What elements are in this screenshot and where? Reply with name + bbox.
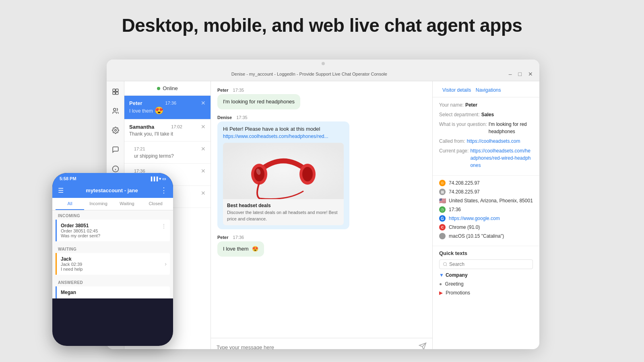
vd-location-value: United States, Arizona, Phoenix, 85001 bbox=[449, 198, 533, 204]
sidebar-home-icon[interactable] bbox=[109, 85, 122, 98]
qt-group-company[interactable]: ▼ Company bbox=[439, 272, 533, 278]
vd-name-label: Your name: bbox=[439, 101, 464, 109]
chat-item-peter[interactable]: Peter 17:36 ✕ I love them 😍 bbox=[124, 96, 211, 119]
vd-referrer-value[interactable]: https://www.google.com bbox=[449, 216, 500, 221]
sidebar-users-icon[interactable] bbox=[109, 105, 122, 117]
qt-label-promotions: Promotions bbox=[446, 290, 470, 296]
vd-browser-value: Chrome (91.0) bbox=[449, 224, 480, 230]
chat-main: Peter 17:35 I'm looking for red headphon… bbox=[211, 81, 433, 349]
hamburger-button[interactable]: ☰ bbox=[58, 187, 64, 194]
chat-item-3[interactable]: 17:21 ✕ ur shipping terms? bbox=[124, 142, 211, 164]
vd-ip2-icon: ▦ bbox=[439, 189, 446, 195]
minimize-button[interactable]: – bbox=[507, 71, 514, 77]
vd-ip1-row: ⊙ 74.208.225.97 bbox=[439, 180, 533, 186]
vd-browser-icon: C bbox=[439, 224, 446, 230]
browser-titlebar: Denise - my_account - LoggedIn - Provide… bbox=[107, 67, 539, 81]
vd-os-value: macOS (10.15 "Catalina") bbox=[449, 233, 504, 239]
more-options-button[interactable]: ⋮ bbox=[160, 186, 167, 195]
vd-ip2-row: ▦ 74.208.225.97 bbox=[439, 189, 533, 195]
vd-dept-value: Sales bbox=[481, 111, 494, 118]
section-label-answered: ANSWERED bbox=[52, 277, 173, 286]
svg-rect-3 bbox=[116, 92, 118, 95]
chat-item-samantha-preview: Thank you, I'll take it bbox=[129, 131, 173, 137]
msg-row-peter-2: Peter 17:36 I love them 😍 bbox=[217, 235, 426, 257]
msg-text-peter-2: I love them bbox=[223, 245, 249, 253]
tab-closed[interactable]: Closed bbox=[141, 198, 170, 210]
chat-item-3-preview: ur shipping terms? bbox=[134, 153, 174, 159]
wifi-icon: ▾ bbox=[159, 177, 161, 181]
chat-item-5-close[interactable]: ✕ bbox=[201, 190, 206, 196]
chat-item-3-close[interactable]: ✕ bbox=[201, 146, 206, 152]
msg-row-denise: Denise 17:35 Hi Peter! Please have a loo… bbox=[217, 115, 426, 229]
headphones-card: Best headset deals Discover the latest d… bbox=[223, 143, 344, 226]
chat-item-4-close[interactable]: ✕ bbox=[201, 168, 206, 174]
camera-dot bbox=[322, 62, 325, 65]
vd-name-value: Peter bbox=[465, 101, 477, 109]
qt-item-promotions[interactable]: ▶ Promotions bbox=[439, 288, 533, 297]
browser-title: Denise - my_account - LoggedIn - Provide… bbox=[111, 72, 507, 76]
signal-bars-icon: ▐▐▐ bbox=[149, 177, 158, 181]
vd-called-value[interactable]: https://coolheadsets.com bbox=[467, 138, 520, 145]
phone-chat-jack[interactable]: Jack Jack 02:39 I need help › bbox=[56, 253, 170, 275]
msg-emoji-peter-2: 😍 bbox=[252, 245, 258, 253]
vd-clock-icon: ◷ bbox=[439, 206, 446, 213]
sidebar-chat-icon[interactable] bbox=[109, 143, 122, 156]
phone-order-dots[interactable]: ⋮ bbox=[161, 223, 167, 229]
phone-jack-sub2: I need help bbox=[61, 267, 166, 272]
navigations-link[interactable]: Navigations bbox=[476, 87, 501, 93]
vd-time-row: ◷ 17:36 bbox=[439, 206, 533, 213]
phone-chat-megan[interactable]: Megan bbox=[56, 286, 170, 298]
msg-bubble-peter-2: I love them 😍 bbox=[217, 241, 264, 257]
vd-referrer-row: G https://www.google.com bbox=[439, 215, 533, 222]
phone-mockup: 5:58 PM ▐▐▐ ▾ ▭ ☰ mytestaccount - jane ⋮… bbox=[52, 173, 173, 346]
msg-time-peter-1: 17:35 bbox=[233, 88, 244, 93]
qt-label-greeting: Greeting bbox=[445, 281, 464, 287]
online-indicator bbox=[157, 87, 160, 90]
svg-rect-9 bbox=[223, 143, 344, 199]
sidebar-settings-icon[interactable] bbox=[109, 124, 122, 137]
vd-page-value[interactable]: https://coolheadsets.com/headphones/red-… bbox=[470, 147, 533, 169]
close-button[interactable]: ✕ bbox=[526, 71, 535, 77]
quick-search-input[interactable] bbox=[449, 261, 529, 267]
vd-called-row: Called from: https://coolheadsets.com bbox=[439, 138, 533, 145]
phone-jack-arrow: › bbox=[165, 261, 167, 267]
headphones-image bbox=[223, 143, 344, 199]
vd-question-value: I'm looking for red headphones bbox=[489, 121, 533, 135]
battery-icon: ▭ bbox=[162, 177, 166, 181]
vd-os-icon bbox=[439, 233, 446, 239]
phone-signal: ▐▐▐ ▾ ▭ bbox=[149, 177, 166, 181]
send-button[interactable] bbox=[419, 342, 427, 349]
qt-item-greeting[interactable]: ● Greeting bbox=[439, 280, 533, 288]
quick-search-bar[interactable] bbox=[439, 259, 533, 269]
vd-question-label: What is your question: bbox=[439, 121, 487, 128]
phone-tabs: All Incoming Waiting Closed bbox=[52, 198, 173, 210]
search-icon bbox=[443, 262, 448, 267]
tab-waiting[interactable]: Waiting bbox=[113, 198, 141, 210]
phone-time: 5:58 PM bbox=[60, 176, 76, 181]
svg-rect-1 bbox=[116, 89, 118, 91]
phone-chat-order[interactable]: Order 38051 Order 38051 02:45 Was my ord… bbox=[56, 220, 170, 241]
chat-input-bar bbox=[211, 338, 432, 349]
svg-rect-2 bbox=[113, 92, 115, 95]
chat-item-peter-close[interactable]: ✕ bbox=[201, 100, 206, 106]
chat-item-samantha[interactable]: Samantha 17:02 ✕ Thank you, I'll take it bbox=[124, 119, 211, 142]
msg-link-headphones[interactable]: https://www.coolheadsets.com/headphones/… bbox=[223, 134, 328, 139]
qt-group-label: Company bbox=[446, 272, 468, 278]
vd-ip1-value: 74.208.225.97 bbox=[449, 180, 480, 186]
phone-megan-name: Megan bbox=[61, 290, 166, 295]
chat-item-peter-emoji: 😍 bbox=[155, 106, 163, 115]
visitor-details-header: Visitor details Navigations bbox=[433, 81, 539, 97]
maximize-button[interactable]: □ bbox=[517, 71, 523, 77]
tab-incoming[interactable]: Incoming bbox=[84, 198, 113, 210]
chat-item-3-body: 17:21 ✕ ur shipping terms? bbox=[134, 146, 206, 159]
vd-os-row: macOS (10.15 "Catalina") bbox=[439, 233, 533, 239]
chat-input[interactable] bbox=[217, 344, 415, 349]
tab-all[interactable]: All bbox=[56, 198, 84, 210]
svg-point-13 bbox=[302, 167, 313, 181]
vd-ip-icon: ⊙ bbox=[439, 180, 446, 186]
msg-bubble-denise: Hi Peter! Please have a look at this mod… bbox=[217, 121, 349, 229]
chat-list-header: Online bbox=[124, 81, 211, 96]
chat-item-peter-name: Peter bbox=[129, 100, 142, 106]
chat-item-samantha-close[interactable]: ✕ bbox=[201, 123, 206, 130]
online-status: Online bbox=[163, 85, 178, 91]
